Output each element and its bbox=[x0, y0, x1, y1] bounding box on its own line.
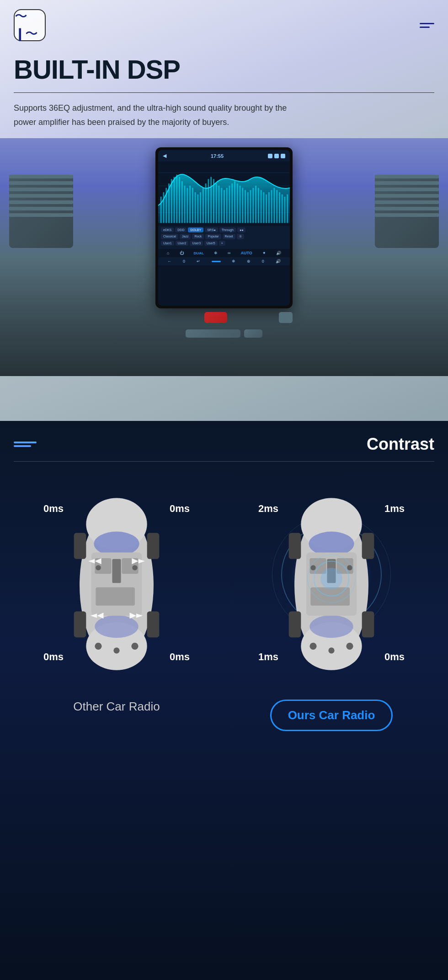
right-bot-right-delay: 0ms bbox=[384, 651, 405, 663]
svg-rect-46 bbox=[282, 194, 283, 223]
contrast-line-top bbox=[14, 442, 37, 443]
svg-rect-20 bbox=[213, 179, 214, 223]
svg-point-63 bbox=[96, 565, 101, 570]
svg-rect-11 bbox=[189, 186, 191, 223]
ctrl-user5[interactable]: User5 bbox=[204, 241, 218, 246]
right-bot-left-delay: 1ms bbox=[258, 651, 278, 663]
right-top-right-delay: 1ms bbox=[384, 503, 405, 515]
physical-bottom-buttons bbox=[155, 329, 293, 338]
hazard-button[interactable] bbox=[204, 312, 227, 323]
ctrl-u[interactable]: ① bbox=[237, 234, 244, 239]
ctrl-ddd[interactable]: DDD bbox=[175, 227, 187, 232]
svg-rect-31 bbox=[242, 188, 243, 223]
screen-bezel: ◀ 17:55 bbox=[155, 147, 293, 308]
lock-button[interactable] bbox=[279, 312, 293, 323]
screen-bottom-bar: ⌂ ⏻ DUAL ❄ ∞ AUTO ✦ 🔊 bbox=[158, 249, 290, 257]
svg-rect-8 bbox=[181, 182, 183, 223]
left-car-label: Other Car Radio bbox=[73, 700, 160, 714]
title-area: BUILT-IN DSP Supports 36EQ adjustment, a… bbox=[0, 50, 448, 138]
svg-rect-33 bbox=[247, 193, 249, 223]
ctrl-rock[interactable]: Rock bbox=[192, 234, 204, 239]
svg-point-94 bbox=[328, 647, 334, 653]
ctrl-dolby[interactable]: DOLBY bbox=[188, 227, 203, 232]
ctrl-user2[interactable]: User2 bbox=[176, 241, 189, 246]
svg-rect-37 bbox=[258, 188, 259, 223]
contrast-icon bbox=[14, 442, 37, 447]
svg-rect-58 bbox=[96, 587, 135, 606]
svg-rect-28 bbox=[234, 182, 235, 223]
svg-rect-22 bbox=[219, 186, 220, 223]
svg-rect-30 bbox=[240, 186, 241, 223]
svg-rect-18 bbox=[208, 179, 209, 223]
screen-controls: eDKS DDD DOLBY SRS● Through ●● Classical… bbox=[158, 226, 290, 249]
ours-car-radio-button[interactable]: Ours Car Radio bbox=[270, 700, 393, 731]
ctrl-edks[interactable]: eDKS bbox=[161, 227, 174, 232]
svg-rect-48 bbox=[287, 194, 288, 223]
screen-topbar: ◀ 17:55 bbox=[158, 150, 290, 162]
svg-rect-34 bbox=[250, 190, 251, 223]
ctrl-through[interactable]: Through bbox=[219, 227, 236, 232]
hamburger-menu-icon[interactable] bbox=[420, 23, 434, 28]
center-screen: ◀ 17:55 bbox=[155, 147, 293, 338]
svg-rect-15 bbox=[200, 193, 201, 223]
subtitle-text: Supports 36EQ adjustment, and the ultra-… bbox=[14, 101, 288, 129]
ctrl-reset[interactable]: Reset bbox=[223, 234, 235, 239]
svg-rect-88 bbox=[289, 611, 301, 637]
page-title: BUILT-IN DSP bbox=[14, 55, 434, 84]
svg-point-93 bbox=[346, 643, 353, 650]
svg-point-66 bbox=[131, 643, 138, 650]
right-top-left-delay: 2ms bbox=[258, 503, 278, 515]
svg-rect-10 bbox=[187, 188, 188, 223]
ctrl-user3[interactable]: User3 bbox=[190, 241, 203, 246]
screen-time: 17:55 bbox=[211, 153, 224, 159]
svg-rect-1 bbox=[163, 193, 165, 223]
left-car-topdown: 0ms 0ms 0ms 0ms bbox=[53, 480, 181, 690]
screen-display: ◀ 17:55 bbox=[158, 150, 290, 306]
left-top-left-delay: 0ms bbox=[43, 503, 64, 515]
svg-rect-86 bbox=[289, 533, 301, 559]
contrast-divider bbox=[14, 461, 434, 462]
ctrl-user1[interactable]: User1 bbox=[161, 241, 174, 246]
svg-rect-61 bbox=[74, 611, 86, 637]
contrast-line-bottom bbox=[14, 445, 31, 447]
ctrl-jazz[interactable]: Jazz bbox=[180, 234, 191, 239]
eco-button[interactable] bbox=[186, 329, 240, 338]
svg-rect-5 bbox=[174, 177, 175, 223]
left-bot-left-delay: 0ms bbox=[43, 651, 64, 663]
ctrl-popular[interactable]: Popular bbox=[205, 234, 221, 239]
svg-rect-7 bbox=[179, 177, 180, 223]
svg-point-92 bbox=[309, 643, 316, 650]
svg-point-64 bbox=[132, 565, 137, 570]
left-top-right-delay: 0ms bbox=[170, 503, 190, 515]
top-section: 〜❙〜 BUILT-IN DSP Supports 36EQ adjustmen… bbox=[0, 0, 448, 421]
right-car-column: 2ms 1ms 1ms 0ms bbox=[229, 480, 434, 731]
svg-rect-0 bbox=[160, 197, 162, 223]
ctrl-dots[interactable]: ●● bbox=[237, 227, 245, 232]
right-car-topdown: 2ms 1ms 1ms 0ms bbox=[267, 480, 395, 690]
ctrl-classical[interactable]: Classical bbox=[161, 234, 178, 239]
svg-rect-2 bbox=[165, 188, 167, 223]
car-interior-bg: ◀ 17:55 bbox=[0, 138, 448, 376]
svg-point-53 bbox=[95, 615, 138, 638]
ctrl-plus[interactable]: + bbox=[219, 241, 225, 246]
svg-rect-24 bbox=[224, 190, 225, 223]
svg-rect-4 bbox=[171, 179, 172, 223]
extra-button[interactable] bbox=[244, 329, 262, 338]
svg-point-80 bbox=[309, 615, 353, 638]
left-car-column: 0ms 0ms 0ms 0ms bbox=[14, 480, 219, 714]
svg-rect-87 bbox=[362, 533, 374, 559]
svg-point-65 bbox=[95, 643, 101, 650]
svg-rect-42 bbox=[271, 190, 272, 223]
vent-right bbox=[375, 175, 439, 248]
left-bot-right-delay: 0ms bbox=[170, 651, 190, 663]
svg-rect-9 bbox=[184, 186, 186, 223]
svg-rect-35 bbox=[252, 188, 254, 223]
svg-rect-14 bbox=[197, 194, 198, 223]
ctrl-srs[interactable]: SRS● bbox=[205, 227, 218, 232]
svg-rect-45 bbox=[279, 193, 280, 223]
svg-point-95 bbox=[320, 568, 342, 590]
svg-rect-16 bbox=[203, 188, 204, 223]
right-car-svg bbox=[277, 494, 386, 677]
svg-rect-29 bbox=[237, 183, 238, 223]
physical-hazard-area bbox=[155, 312, 293, 326]
